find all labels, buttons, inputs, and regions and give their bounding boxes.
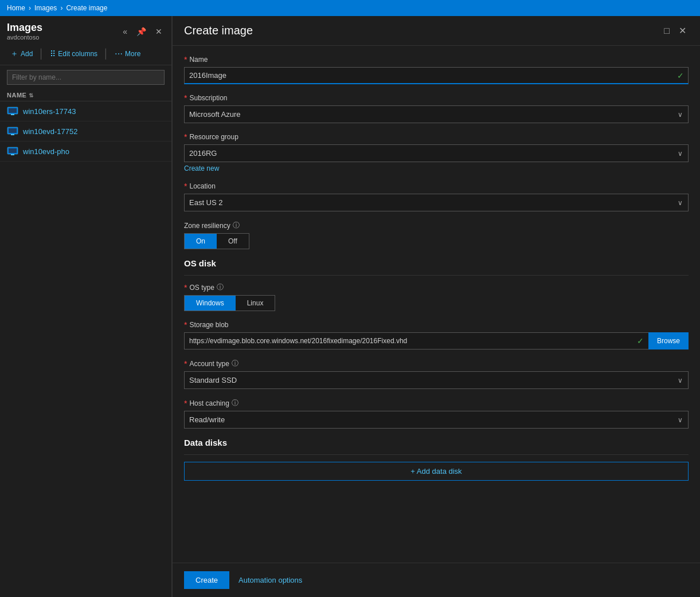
zone-toggle-group: On Off	[184, 233, 249, 249]
collapse-button[interactable]: «	[120, 26, 130, 37]
main-layout: Images avdcontoso « 📌 ✕ ＋ Add │ ⠿ Edit c…	[0, 16, 700, 597]
add-data-disk-button[interactable]: + Add data disk	[184, 462, 689, 481]
required-star: *	[184, 182, 187, 191]
item-name: win10evd-pho	[23, 147, 69, 156]
storage-check-icon: ✓	[637, 336, 644, 345]
svg-rect-8	[11, 154, 14, 155]
zone-resiliency-label: Zone resiliency ⓘ	[184, 221, 689, 230]
data-disks-section: Data disks + Add data disk	[184, 438, 689, 481]
item-name: win10ers-17743	[23, 107, 76, 116]
location-select-wrapper: East US 2	[184, 194, 689, 211]
required-star: *	[184, 320, 187, 329]
toolbar-sep2: │	[103, 49, 109, 59]
host-caching-select[interactable]: Read/write	[184, 411, 689, 429]
storage-blob-field: * Storage blob ✓ Browse	[184, 320, 689, 349]
sidebar: Images avdcontoso « 📌 ✕ ＋ Add │ ⠿ Edit c…	[0, 16, 172, 597]
more-button[interactable]: ⋯ More	[111, 47, 144, 61]
account-type-select[interactable]: Standard SSD	[184, 371, 689, 389]
item-name: win10evd-17752	[23, 127, 77, 136]
os-windows-button[interactable]: Windows	[185, 296, 236, 311]
zone-resiliency-field: Zone resiliency ⓘ On Off	[184, 221, 689, 249]
panel-body: * Name ✓ * Subscription Microsoft Azure	[173, 46, 700, 563]
name-input-wrapper: ✓	[184, 67, 689, 84]
location-label: * Location	[184, 182, 689, 191]
zone-info-icon: ⓘ	[233, 221, 240, 230]
automation-options-link[interactable]: Automation options	[238, 576, 302, 584]
os-type-toggle-group: Windows Linux	[184, 295, 275, 311]
close-panel-button[interactable]: ✕	[676, 23, 689, 38]
list-item[interactable]: win10evd-pho	[0, 142, 171, 162]
create-button[interactable]: Create	[184, 571, 229, 589]
panel-header-actions: □ ✕	[662, 23, 689, 38]
sidebar-header: Images avdcontoso « 📌 ✕	[0, 16, 171, 43]
list-item[interactable]: win10ers-17743	[0, 101, 171, 121]
browse-button[interactable]: Browse	[648, 332, 689, 349]
os-type-field: * OS type ⓘ Windows Linux	[184, 282, 689, 311]
svg-rect-4	[9, 128, 17, 133]
add-label: Add	[21, 50, 33, 58]
name-input[interactable]	[184, 67, 689, 84]
resource-group-select[interactable]: 2016RG	[184, 144, 689, 162]
list-item[interactable]: win10evd-17752	[0, 121, 171, 142]
more-label: More	[125, 50, 140, 58]
vm-icon	[7, 125, 18, 137]
zone-on-button[interactable]: On	[185, 234, 217, 249]
edit-columns-label: Edit columns	[58, 50, 97, 58]
sep2: ›	[60, 4, 62, 12]
columns-icon: ⠿	[50, 49, 56, 58]
plus-icon: ＋	[10, 49, 18, 59]
required-star: *	[184, 55, 187, 64]
data-disks-header: Data disks	[184, 438, 689, 447]
panel-header: Create image □ ✕	[173, 16, 700, 46]
subscription-select-wrapper: Microsoft Azure	[184, 105, 689, 123]
account-type-info-icon: ⓘ	[232, 359, 238, 368]
account-type-field: * Account type ⓘ Standard SSD	[184, 359, 689, 389]
required-star: *	[184, 283, 187, 292]
vm-icon	[7, 146, 18, 157]
zone-off-button[interactable]: Off	[217, 234, 249, 249]
edit-columns-button[interactable]: ⠿ Edit columns	[46, 47, 101, 61]
host-caching-label: * Host caching ⓘ	[184, 398, 689, 408]
name-label: * Name	[184, 55, 689, 64]
sidebar-header-icons: « 📌 ✕	[120, 26, 165, 37]
create-image-panel: Create image □ ✕ * Name ✓	[172, 16, 700, 597]
required-star: *	[184, 359, 187, 368]
svg-rect-5	[11, 134, 14, 135]
nav-images[interactable]: Images	[34, 4, 57, 12]
data-disks-divider	[184, 454, 689, 455]
svg-rect-2	[11, 114, 14, 115]
create-new-link[interactable]: Create new	[184, 164, 219, 172]
svg-rect-1	[9, 108, 17, 113]
sidebar-list: win10ers-17743 win10evd-17752	[0, 101, 171, 597]
sidebar-title: Images	[7, 22, 42, 34]
account-type-select-wrapper: Standard SSD	[184, 371, 689, 389]
sort-icon: ⇅	[29, 92, 34, 99]
storage-blob-wrapper: ✓ Browse	[184, 332, 689, 349]
pin-button[interactable]: 📌	[134, 26, 148, 37]
panel-title: Create image	[184, 24, 253, 37]
maximize-button[interactable]: □	[662, 23, 672, 38]
host-caching-info-icon: ⓘ	[232, 398, 238, 408]
filter-input[interactable]	[7, 70, 165, 85]
sidebar-title-area: Images avdcontoso	[7, 22, 42, 41]
os-type-label: * OS type ⓘ	[184, 282, 689, 292]
nav-current: Create image	[66, 4, 107, 12]
os-disk-header: OS disk	[184, 258, 689, 268]
vm-icon	[7, 105, 18, 117]
required-star: *	[184, 399, 187, 408]
storage-blob-input[interactable]	[184, 332, 648, 349]
storage-input-area: ✓	[184, 332, 648, 349]
location-select[interactable]: East US 2	[184, 194, 689, 211]
account-type-label: * Account type ⓘ	[184, 359, 689, 368]
toolbar-sep1: │	[38, 49, 44, 59]
close-sidebar-button[interactable]: ✕	[153, 26, 165, 37]
nav-home[interactable]: Home	[7, 4, 25, 12]
storage-blob-label: * Storage blob	[184, 320, 689, 329]
location-field: * Location East US 2	[184, 182, 689, 211]
os-linux-button[interactable]: Linux	[236, 296, 275, 311]
subscription-select[interactable]: Microsoft Azure	[184, 105, 689, 123]
panel-footer: Create Automation options	[173, 563, 700, 597]
add-button[interactable]: ＋ Add	[7, 46, 36, 61]
name-field: * Name ✓	[184, 55, 689, 84]
name-check-icon: ✓	[677, 71, 684, 80]
